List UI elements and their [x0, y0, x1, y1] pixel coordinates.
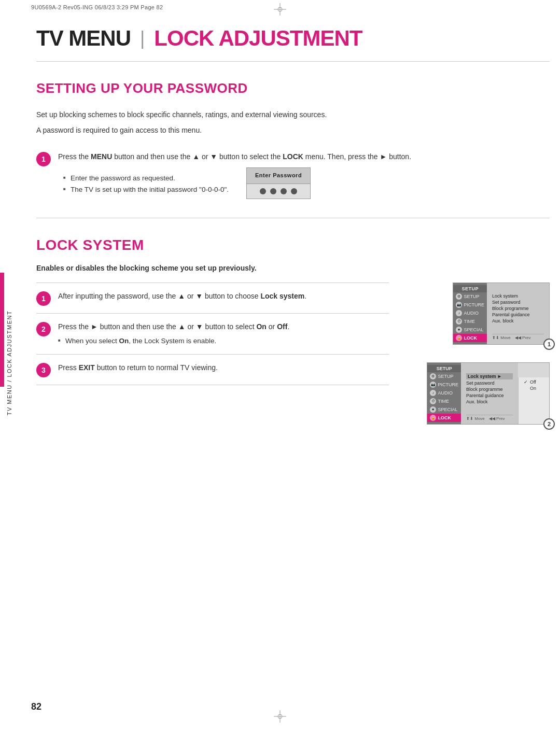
picture-icon-2: 📷 [430, 382, 436, 388]
time-icon: ⏱ [456, 318, 462, 325]
mockup2-item-lock-active: 🔒 LOCK [427, 414, 461, 422]
mockup1-right-item-2: Set password [492, 300, 544, 305]
bullet-1: Enter the password as requested. [63, 173, 229, 184]
password-bullets: Enter the password as requested. The TV … [63, 173, 229, 195]
mockup2-sub-panel: ✓ Off ✓ On [518, 377, 549, 424]
step-1-content: Press the MENU button and then use the ▲… [58, 151, 550, 199]
mockup1-sidebar: SETUP ⚙ SETUP 📷 PICTURE ♪ AU [453, 283, 487, 344]
mockup1-time-label: TIME [464, 319, 475, 324]
enter-password-label: Enter Password [246, 167, 311, 184]
enables-text: Enables or disables the blocking scheme … [36, 264, 550, 272]
password-step-1: 1 Press the MENU button and then use the… [36, 151, 550, 199]
lock-step-3-content: Press EXIT button to return to normal TV… [58, 362, 389, 373]
bullet-2: The TV is set up with the initial passwo… [63, 184, 229, 195]
mockups-right: SETUP ⚙ SETUP 📷 PICTURE ♪ AU [399, 283, 550, 425]
tv-menu-label: TV MENU [36, 26, 131, 51]
mockup-2-wrapper: SETUP ⚙ SETUP 📷 PICTURE ♪ AU [427, 362, 550, 425]
password-desc2: A password is required to gain access to… [36, 124, 550, 136]
mockup2-item-setup: ⚙ SETUP [427, 372, 461, 380]
mockup2-set-password: Set password [466, 380, 513, 386]
mockup-1-badge: 1 [543, 339, 555, 350]
password-section-title: SETTING UP YOUR PASSWORD [36, 80, 550, 96]
setup-icon-2: ⚙ [430, 373, 436, 379]
mockup1-item-picture: 📷 PICTURE [453, 301, 487, 309]
mockup-1-wrapper: SETUP ⚙ SETUP 📷 PICTURE ♪ AU [453, 283, 550, 345]
mockup2-footer: ⬆⬇ Move ◀◀ Prev [466, 415, 513, 421]
lock-step-3-number: 3 [41, 366, 46, 374]
mockup1-item-time: ⏱ TIME [453, 317, 487, 326]
lock-step-2-bullet: When you select On, the Lock System is e… [58, 335, 389, 347]
lock-adjustment-label: LOCK ADJUSTMENT [154, 26, 362, 51]
mockup1-item-lock-active: 🔒 LOCK [453, 334, 487, 342]
lock-system-section: LOCK SYSTEM Enables or disables the bloc… [36, 218, 550, 425]
password-entry-box: Enter Password [246, 167, 311, 199]
mockup2-lock-system: Lock system ► [466, 373, 513, 379]
mockup2-item-audio: ♪ AUDIO [427, 389, 461, 397]
password-dot-4 [291, 188, 297, 194]
mockup1-footer-prev: ◀◀ Prev [515, 335, 531, 340]
time-icon-2: ⏱ [430, 398, 436, 404]
lock-step-1-circle: 1 [36, 291, 51, 306]
audio-icon-2: ♪ [430, 390, 436, 396]
on-label: On [530, 386, 536, 391]
password-dots-row [246, 184, 311, 199]
lock-step-1-content: After inputting the password, use the ▲ … [58, 290, 389, 302]
lock-step-2-number: 2 [41, 325, 46, 333]
password-desc1: Set up blocking schemes to block specifi… [36, 109, 550, 120]
lock-keyword: LOCK [283, 152, 303, 161]
mockup1-audio-label: AUDIO [464, 311, 479, 316]
password-section: SETTING UP YOUR PASSWORD Set up blocking… [36, 62, 550, 218]
tv-mockup-1: SETUP ⚙ SETUP 📷 PICTURE ♪ AU [453, 283, 550, 345]
mockup2-sub-off: ✓ Off [524, 379, 544, 385]
side-label: TV MENU / LOCK ADJUSTMENT [6, 311, 12, 416]
step-1-text: Press the MENU button and then use the ▲… [58, 151, 550, 162]
picture-icon: 📷 [456, 302, 462, 308]
mockup2-item-special: ★ SPECIAL [427, 405, 461, 414]
mockup1-header: SETUP [453, 285, 487, 292]
header-separator: | [140, 27, 145, 49]
mockup2-item-picture: 📷 PICTURE [427, 380, 461, 389]
lock-step-2-content: Press the ► button and then use the ▲ or… [58, 321, 389, 347]
mockup-2-badge: 2 [543, 418, 555, 430]
mockup1-setup-label: SETUP [464, 294, 479, 299]
mockup2-sub-on: ✓ On [524, 386, 544, 391]
password-dot-1 [260, 188, 266, 194]
lock-system-title: LOCK SYSTEM [36, 237, 550, 253]
mockup1-right-panel: Lock system Set password Block programme… [487, 283, 549, 344]
mockup1-lock-label: LOCK [464, 335, 477, 341]
lock-steps-area: 1 After inputting the password, use the … [36, 283, 550, 425]
special-icon: ★ [456, 327, 462, 333]
main-content: TV MENU | LOCK ADJUSTMENT SETTING UP YOU… [21, 0, 550, 733]
on-keyword: On [256, 322, 266, 331]
mockup1-special-label: SPECIAL [464, 327, 483, 332]
menu-keyword: MENU [91, 152, 112, 161]
page-number: 82 [31, 701, 41, 712]
page-header: TV MENU | LOCK ADJUSTMENT [36, 0, 550, 62]
lock-step-2: 2 Press the ► button and then use the ▲ … [36, 313, 389, 354]
special-icon-2: ★ [430, 406, 436, 413]
mockup1-footer-move: ⬆⬇ Move [492, 335, 511, 340]
mockup1-right-item-3: Block programme [492, 306, 544, 311]
mockup2-aux-block: Aux. block [466, 399, 513, 404]
mockup2-block-prog: Block programme [466, 387, 513, 392]
audio-icon: ♪ [456, 310, 462, 316]
mockup1-right-item-5: Aux. block [492, 318, 544, 323]
lock-step-3: 3 Press EXIT button to return to normal … [36, 354, 389, 385]
off-keyword: Off [277, 322, 287, 331]
lock-icon-1: 🔒 [456, 335, 462, 341]
setup-icon: ⚙ [456, 293, 462, 300]
checkmark-off: ✓ [524, 379, 528, 385]
lock-step-2-circle: 2 [36, 322, 51, 336]
mockup1-picture-label: PICTURE [464, 302, 484, 307]
lock-step-1: 1 After inputting the password, use the … [36, 283, 389, 313]
mockup1-item-audio: ♪ AUDIO [453, 309, 487, 317]
mockup2-item-time: ⏱ TIME [427, 397, 461, 405]
mockup2-parental: Parental guidance [466, 393, 513, 398]
exit-keyword: EXIT [79, 363, 95, 372]
mockup2-header: SETUP [427, 365, 461, 372]
mockup1-item-special: ★ SPECIAL [453, 326, 487, 334]
mockup2-special-label: SPECIAL [438, 407, 457, 412]
lock-system-keyword: Lock system [260, 292, 304, 300]
on-keyword-2: On [119, 337, 129, 345]
mockup2-footer-prev: ◀◀ Prev [489, 416, 505, 421]
